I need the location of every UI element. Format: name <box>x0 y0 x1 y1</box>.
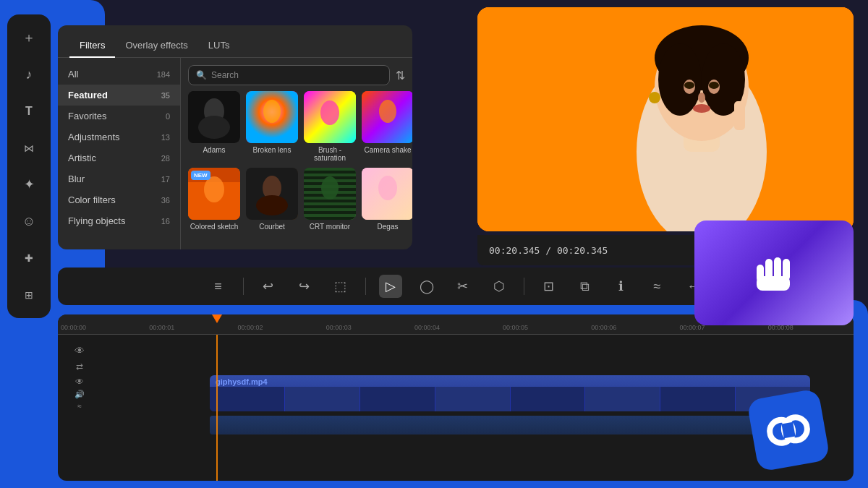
filter-courbet-thumb <box>246 168 298 220</box>
emoji-icon[interactable]: ☺ <box>16 210 42 234</box>
adjust-icon[interactable]: ≈ <box>646 275 669 298</box>
category-flying[interactable]: Flying objects 16 <box>58 210 180 231</box>
svg-point-39 <box>698 93 705 103</box>
audio-clip[interactable] <box>210 416 810 435</box>
audio-track <box>58 416 854 436</box>
filter-courbet[interactable]: Courbet <box>246 168 298 231</box>
delete-icon[interactable]: ⬚ <box>329 275 352 298</box>
filter-degas-thumb <box>362 168 412 220</box>
filter-degas[interactable]: Degas <box>362 168 412 231</box>
svg-point-33 <box>658 43 702 116</box>
filters-search: 🔍 Search ⇅ <box>188 65 405 85</box>
frame-7 <box>660 387 736 411</box>
category-flying-count: 16 <box>161 217 170 226</box>
playhead-marker <box>212 314 222 323</box>
timecode-sep: / <box>545 245 557 256</box>
track-controls-row-2: ⇄ <box>58 361 854 372</box>
grid-icon[interactable]: ⊞ <box>16 283 42 307</box>
mask-icon[interactable]: ◯ <box>415 275 438 298</box>
timecode-display: 00:20.345 / 00:20.345 <box>489 245 608 256</box>
ruler-2: 00:00:02 <box>234 324 323 331</box>
video-eye-icon[interactable]: 👁 <box>75 377 84 387</box>
filter-brush-svg <box>304 91 356 143</box>
category-flying-label: Flying objects <box>68 215 125 226</box>
filter-adams[interactable]: Adams <box>188 91 240 162</box>
filter-broken-svg <box>246 91 298 143</box>
crop-icon[interactable]: ⧉ <box>574 275 597 298</box>
filters-tabs: Filters Overlay effects LUTs <box>58 25 412 58</box>
filter-broken-thumb <box>246 91 298 143</box>
category-color-filters[interactable]: Color filters 36 <box>58 189 180 210</box>
svg-point-2 <box>198 116 230 139</box>
select-icon[interactable]: ▷ <box>379 275 402 298</box>
category-all[interactable]: All 184 <box>58 64 180 85</box>
category-favorites-label: Favorites <box>68 111 106 121</box>
filter-adams-svg <box>188 91 240 143</box>
filter-crt-svg <box>304 168 356 220</box>
track-ctrl-2: ⇄ <box>58 361 101 372</box>
track-controls-row-1: 👁 <box>58 342 854 359</box>
svg-rect-17 <box>304 174 356 176</box>
logo-icon <box>763 405 814 455</box>
timeline-body: 👁 ⇄ 👁 🔊 ≈ giphysdf.mp4 <box>58 335 854 481</box>
filter-settings-icon[interactable]: ≡ <box>207 275 230 298</box>
shield-icon[interactable]: ⬡ <box>488 275 511 298</box>
sparkle-icon[interactable]: ✦ <box>16 173 42 197</box>
filter-degas-label: Degas <box>378 223 399 231</box>
tab-filters[interactable]: Filters <box>69 34 115 58</box>
filters-grid-area: 🔍 Search ⇅ Adams <box>181 58 412 249</box>
plus-icon[interactable]: ＋ <box>16 26 42 50</box>
video-clip[interactable]: giphysdf.mp4 ⊕ <box>210 375 810 411</box>
filter-brush[interactable]: Brush - saturation <box>304 91 356 162</box>
frame-5 <box>511 387 586 411</box>
video-speed-icon[interactable]: ≈ <box>77 402 82 410</box>
category-featured-count: 35 <box>161 91 170 100</box>
category-favorites-count: 0 <box>166 112 170 121</box>
category-adjustments[interactable]: Adjustments 13 <box>58 127 180 147</box>
filter-colored[interactable]: NEW Colored sketch <box>188 168 240 231</box>
svg-point-42 <box>649 92 660 103</box>
video-audio-icon[interactable]: 🔊 <box>75 390 85 399</box>
category-favorites[interactable]: Favorites 0 <box>58 106 180 127</box>
svg-point-40 <box>693 104 710 113</box>
svg-point-6 <box>320 100 339 125</box>
video-track-controls: 👁 🔊 ≈ <box>58 377 101 410</box>
sticker-icon[interactable]: ✚ <box>16 247 42 270</box>
tab-overlay[interactable]: Overlay effects <box>115 34 197 58</box>
screen-icon[interactable]: ⊡ <box>537 275 561 298</box>
filter-colored-label: Colored sketch <box>190 223 239 231</box>
filter-crt-label: CRT monitor <box>310 223 350 231</box>
filter-broken[interactable]: Broken lens <box>246 91 298 162</box>
timeline-playhead <box>216 335 218 481</box>
logo-badge <box>746 388 830 472</box>
search-bar[interactable]: 🔍 Search <box>188 65 390 85</box>
text-icon[interactable]: T <box>16 100 42 124</box>
category-artistic-label: Artistic <box>68 153 96 163</box>
category-featured[interactable]: Featured 35 <box>58 85 180 106</box>
link-icon[interactable]: ⇄ <box>76 361 83 372</box>
category-all-label: All <box>68 69 78 80</box>
info-icon[interactable]: ℹ <box>610 275 633 298</box>
filter-broken-label: Broken lens <box>253 146 292 154</box>
filter-colored-thumb: NEW <box>188 168 240 220</box>
music-icon[interactable]: ♪ <box>16 63 42 87</box>
ruler-0: 00:00:00 <box>58 324 146 331</box>
filter-courbet-label: Courbet <box>259 223 285 231</box>
svg-point-27 <box>378 176 397 200</box>
transition-icon[interactable]: ⋈ <box>16 136 42 160</box>
category-artistic[interactable]: Artistic 28 <box>58 147 180 168</box>
track-ctrl-1: 👁 <box>58 345 101 356</box>
redo-icon[interactable]: ↪ <box>293 275 316 298</box>
filter-camera[interactable]: Camera shake <box>362 91 412 162</box>
filters-body: All 184 Featured 35 Favorites 0 Adjustme… <box>58 58 412 249</box>
toolbar-sep-3 <box>524 278 524 295</box>
sort-icon[interactable]: ⇅ <box>396 69 405 82</box>
cut-icon[interactable]: ✂ <box>451 275 475 298</box>
undo-icon[interactable]: ↩ <box>257 275 280 298</box>
frame-4 <box>435 387 511 411</box>
eye-icon[interactable]: 👁 <box>75 345 85 356</box>
tab-luts[interactable]: LUTs <box>198 34 240 58</box>
category-blur[interactable]: Blur 17 <box>58 168 180 189</box>
category-adjustments-count: 13 <box>161 133 170 142</box>
filter-crt[interactable]: CRT monitor <box>304 168 356 231</box>
